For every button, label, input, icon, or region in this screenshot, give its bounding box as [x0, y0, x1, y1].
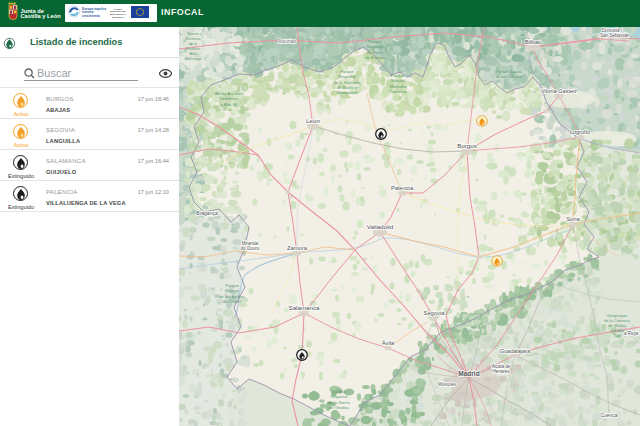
svg-text:Madrid: Madrid: [458, 370, 479, 377]
svg-text:Regional: Regional: [339, 74, 356, 79]
svg-text:do Douro: do Douro: [241, 246, 260, 251]
svg-text:de los Arribes: de los Arribes: [219, 294, 245, 299]
svg-text:del Duero: del Duero: [223, 299, 242, 304]
svg-text:Ávila: Ávila: [382, 340, 395, 346]
svg-text:y Alto Sil: y Alto Sil: [221, 102, 238, 107]
svg-text:San Sebastián: San Sebastián: [600, 33, 630, 38]
svg-text:Palentina: Palentina: [389, 89, 408, 94]
svg-text:Leoneses: Leoneses: [220, 96, 239, 101]
svg-text:Segovia: Segovia: [424, 310, 446, 316]
svg-text:Parque: Parque: [225, 283, 239, 288]
svg-text:Parque: Parque: [391, 73, 405, 78]
svg-text:de Europa: de Europa: [365, 55, 385, 60]
svg-text:Logroño: Logroño: [570, 129, 590, 135]
svg-text:Bernesga: Bernesga: [184, 56, 202, 61]
svg-text:Regional: Regional: [331, 394, 348, 399]
svg-text:Nacional: Nacional: [367, 44, 384, 49]
svg-text:Palencia: Palencia: [391, 185, 414, 191]
svg-text:Salamanca: Salamanca: [289, 304, 321, 311]
svg-text:de los Collados: de los Collados: [496, 75, 522, 79]
svg-text:de Picos: de Picos: [367, 50, 383, 55]
svg-text:Tajo: Tajo: [613, 333, 621, 338]
svg-text:Burgos: Burgos: [457, 142, 477, 149]
svg-text:de la Sierra: de la Sierra: [328, 400, 351, 405]
svg-text:de Gredos: de Gredos: [329, 405, 349, 410]
svg-text:Guadalajara: Guadalajara: [500, 348, 531, 354]
svg-text:Soria: Soria: [566, 216, 580, 222]
svg-text:Valladolid: Valladolid: [367, 223, 394, 230]
svg-text:Parque Natural: Parque Natural: [496, 70, 522, 74]
svg-text:León: León: [306, 117, 320, 124]
svg-text:Mampodre: Mampodre: [337, 90, 358, 95]
svg-text:Parque: Parque: [332, 389, 346, 394]
svg-text:Cuenca: Cuenca: [600, 412, 617, 418]
svg-text:Bragança: Bragança: [196, 210, 218, 216]
svg-text:Bilbao: Bilbao: [525, 39, 542, 45]
svg-text:de los Ancares: de los Ancares: [215, 91, 243, 96]
svg-text:a Rioja: a Rioja: [624, 331, 639, 336]
svg-text:Natural: Natural: [225, 288, 239, 293]
svg-text:Zamora: Zamora: [287, 245, 308, 251]
svg-text:Natural: Natural: [391, 78, 405, 83]
svg-text:Parque: Parque: [340, 69, 354, 74]
svg-text:Henares: Henares: [492, 369, 510, 374]
svg-text:Parque: Parque: [368, 39, 382, 44]
svg-text:Móstoles: Móstoles: [438, 382, 457, 387]
svg-text:de la Montaña: de la Montaña: [333, 80, 361, 85]
svg-text:Montaña: Montaña: [390, 84, 407, 89]
svg-text:Asturias: Asturias: [278, 38, 297, 44]
svg-text:de Riaño y: de Riaño y: [337, 85, 358, 90]
svg-text:Vitoria-Gasteiz: Vitoria-Gasteiz: [541, 88, 577, 94]
